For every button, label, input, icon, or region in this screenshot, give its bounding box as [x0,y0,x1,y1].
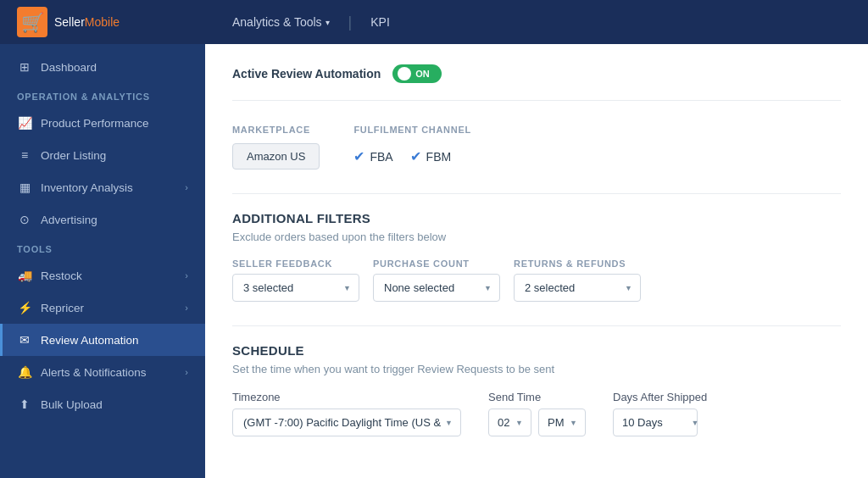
active-toggle[interactable]: ON [392,64,442,83]
sidebar-section-tools: Tools [0,236,205,259]
sidebar-item-restock[interactable]: 🚚 Restock › [0,259,205,292]
sidebar-item-review-automation[interactable]: ✉ Review Automation [0,324,205,356]
main-layout: ⊞ Dashboard Operation & Analytics 📈 Prod… [0,44,868,478]
sidebar-item-advertising[interactable]: ⊙ Advertising [0,203,205,236]
send-time-label: Send Time [488,391,586,403]
sidebar-item-inventory-analysis[interactable]: ▦ Inventory Analysis › [0,171,205,203]
sidebar-item-repricer[interactable]: ⚡ Repricer › [0,292,205,324]
purchase-count-dropdown-wrapper: None selected [373,274,500,302]
schedule-section: SCHEDULE Set the time when you want to t… [232,343,841,436]
toggle-row: Active Review Automation ON [232,64,841,101]
restock-icon: 🚚 [17,269,32,282]
days-after-shipped-label: Days After Shipped [613,391,707,403]
analytics-tools-nav[interactable]: Analytics & Tools ▾ [220,10,342,34]
fba-checkbox[interactable]: ✔ FBA [353,148,392,164]
additional-filters-section: ADDITIONAL FILTERS Exclude orders based … [232,211,841,302]
seller-feedback-group: SELLER FEEDBACK 3 selected [232,258,359,302]
timezone-dropdown-wrapper: (GMT -7:00) Pacific Daylight Time (US & [232,409,461,436]
additional-filters-subtitle: Exclude orders based upon the filters be… [232,231,841,243]
fbm-checkbox[interactable]: ✔ FBM [410,148,452,164]
toggle-knob [398,67,411,81]
days-after-shipped-field: Days After Shipped 10 Days [613,391,707,436]
hour-select[interactable]: 02 [488,409,531,436]
nav-separator: | [348,14,353,31]
chart-icon: 📈 [17,116,32,130]
sidebar-item-dashboard[interactable]: ⊞ Dashboard [0,51,205,83]
purchase-count-select[interactable]: None selected [373,274,500,302]
chevron-down-icon: ▾ [326,18,330,27]
marketplace-col: MARKETPLACE Amazon US [232,125,320,170]
logo-text: SellerMobile [54,15,120,29]
period-dropdown-wrapper: PM [538,409,586,436]
checkbox-group: ✔ FBA ✔ FBM [353,143,470,164]
sidebar-item-bulk-upload[interactable]: ⬆ Bulk Upload [0,388,205,420]
timezone-select[interactable]: (GMT -7:00) Pacific Daylight Time (US & [232,409,461,436]
nav-items: Analytics & Tools ▾ | KPI [220,10,402,34]
top-navigation: 🛒 SellerMobile Analytics & Tools ▾ | KPI [0,0,868,44]
seller-feedback-select[interactable]: 3 selected [232,274,359,302]
sidebar: ⊞ Dashboard Operation & Analytics 📈 Prod… [0,44,205,478]
bell-icon: 🔔 [17,365,32,379]
divider-1 [232,193,841,194]
logo: 🛒 SellerMobile [17,7,220,37]
schedule-row: Timezone (GMT -7:00) Pacific Daylight Ti… [232,391,841,436]
days-select[interactable]: 10 Days [613,409,698,436]
sidebar-section-operation: Operation & Analytics [0,83,205,107]
main-content: Active Review Automation ON MARKETPLACE … [205,44,868,478]
marketplace-fulfilment-section: MARKETPLACE Amazon US FULFILMENT CHANNEL… [232,125,841,170]
sidebar-item-product-performance[interactable]: 📈 Product Performance [0,107,205,139]
returns-refunds-select[interactable]: 2 selected [514,274,641,302]
svg-text:🛒: 🛒 [21,11,45,34]
timezone-label: Timezone [232,391,461,403]
marketplace-label: MARKETPLACE [232,125,320,135]
list-icon: ≡ [17,148,32,162]
check-icon-fbm: ✔ [410,148,421,164]
chevron-right-icon-repricer: › [185,303,188,313]
timezone-field: Timezone (GMT -7:00) Pacific Daylight Ti… [232,391,461,436]
returns-refunds-label: RETURNS & REFUNDS [514,258,641,269]
advertising-icon: ⊙ [17,213,32,226]
inventory-icon: ▦ [17,181,32,194]
schedule-title: SCHEDULE [232,343,841,358]
period-select[interactable]: PM [538,409,586,436]
kpi-nav[interactable]: KPI [359,10,402,34]
sidebar-item-alerts-notifications[interactable]: 🔔 Alerts & Notifications › [0,356,205,388]
chevron-right-icon-restock: › [185,270,188,281]
chevron-right-icon-alerts: › [185,367,188,377]
divider-2 [232,325,841,326]
marketplace-button[interactable]: Amazon US [232,143,320,170]
logo-icon: 🛒 [17,7,47,37]
filter-row: MARKETPLACE Amazon US FULFILMENT CHANNEL… [232,125,841,170]
upload-icon: ⬆ [17,397,32,411]
repricer-icon: ⚡ [17,301,32,314]
seller-feedback-label: SELLER FEEDBACK [232,258,359,269]
send-time-field: Send Time 02 PM [488,391,586,436]
hour-dropdown-wrapper: 02 [488,409,531,436]
sidebar-item-order-listing[interactable]: ≡ Order Listing [0,139,205,171]
purchase-count-group: PURCHASE COUNT None selected [373,258,500,302]
fulfilment-label: FULFILMENT CHANNEL [353,125,470,135]
days-dropdown-wrapper: 10 Days [613,409,707,436]
chevron-right-icon: › [185,182,188,192]
time-row: 02 PM [488,409,586,436]
seller-feedback-dropdown-wrapper: 3 selected [232,274,359,302]
dropdown-row: SELLER FEEDBACK 3 selected PURCHASE COUN… [232,258,841,302]
review-icon: ✉ [17,333,32,347]
check-icon-fba: ✔ [353,148,364,164]
toggle-label: Active Review Automation [232,67,381,81]
additional-filters-title: ADDITIONAL FILTERS [232,211,841,225]
returns-refunds-group: RETURNS & REFUNDS 2 selected [514,258,641,302]
purchase-count-label: PURCHASE COUNT [373,258,500,269]
toggle-on-text: ON [415,69,430,79]
dashboard-icon: ⊞ [17,60,32,74]
fulfilment-col: FULFILMENT CHANNEL ✔ FBA ✔ FBM [353,125,470,164]
schedule-subtitle: Set the time when you want to trigger Re… [232,363,841,375]
returns-refunds-dropdown-wrapper: 2 selected [514,274,641,302]
